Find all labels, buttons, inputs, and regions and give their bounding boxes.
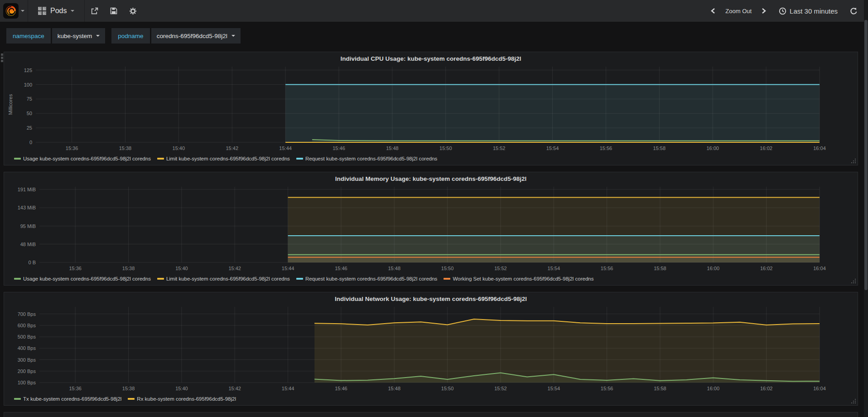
x-axis-tick: 15:50 (441, 386, 454, 391)
top-navbar: Pods (0, 0, 868, 22)
chart-canvas[interactable]: 100 Bps200 Bps300 Bps400 Bps500 Bps600 B… (7, 304, 855, 393)
legend-label: Limit kube-system coredns-695f96dcd5-98j… (166, 276, 290, 281)
grafana-main-menu[interactable] (0, 0, 28, 22)
panel-title-network[interactable]: Individual Network Usage: kube-system co… (7, 294, 855, 304)
variable-podname: podname coredns-695f96dcd5-98j2l (111, 28, 240, 44)
x-axis-tick: 15:54 (548, 266, 560, 271)
clock-icon (779, 7, 786, 15)
share-icon (91, 7, 98, 15)
y-axis-tick: 48 MiB (20, 242, 36, 247)
settings-button[interactable] (123, 0, 143, 22)
refresh-button[interactable] (844, 7, 863, 15)
network-chart-legend: Tx kube-system coredns-695f96dcd5-98j2lR… (7, 393, 855, 404)
dashboard-grid-icon (38, 7, 46, 15)
panel-cpu-usage: Individual CPU Usage: kube-system coredn… (4, 52, 858, 165)
x-axis-tick: 15:44 (282, 266, 294, 271)
x-axis-tick: 15:36 (69, 266, 82, 271)
save-button[interactable] (104, 0, 123, 22)
y-axis-tick: 0 (29, 140, 32, 145)
y-axis-tick: 500 Bps (18, 334, 36, 339)
variable-namespace: namespace kube-system (6, 28, 105, 44)
x-axis-tick: 15:38 (119, 145, 132, 151)
chart-canvas[interactable]: 025507510012515:3615:3815:4015:4215:4415… (7, 64, 855, 153)
time-range-label: Last 30 minutes (790, 7, 838, 15)
time-shift-back-button[interactable] (704, 8, 722, 14)
panel-title-cpu[interactable]: Individual CPU Usage: kube-system coredn… (7, 54, 855, 64)
rx-area (314, 319, 820, 383)
legend-label: Rx kube-system coredns-695f96dcd5-98j2l (137, 396, 236, 402)
variable-namespace-label: namespace (6, 28, 51, 44)
legend-item-tx[interactable]: Tx kube-system coredns-695f96dcd5-98j2l (14, 396, 121, 402)
x-axis-tick: 15:46 (333, 145, 345, 151)
x-axis-tick: 15:56 (601, 386, 613, 391)
x-axis-tick: 15:38 (122, 266, 135, 271)
x-axis-tick: 15:42 (226, 145, 238, 151)
scrollbar-thumb[interactable] (864, 20, 868, 290)
legend-label: Request kube-system coredns-695f96dcd5-9… (305, 276, 438, 281)
panel-resize-handle[interactable] (855, 402, 856, 403)
x-axis-tick: 15:36 (66, 145, 78, 151)
chart-canvas[interactable]: 0 B48 MiB95 MiB143 MiB191 MiB15:3615:381… (7, 184, 855, 273)
legend-item-request[interactable]: Request kube-system coredns-695f96dcd5-9… (296, 156, 438, 161)
x-axis-tick: 15:58 (653, 145, 666, 151)
legend-label: Usage kube-system coredns-695f96dcd5-98j… (23, 276, 151, 281)
legend-swatch-icon (14, 278, 21, 280)
panel-resize-handle[interactable] (855, 162, 856, 163)
legend-item-usage[interactable]: Usage kube-system coredns-695f96dcd5-98j… (14, 156, 151, 161)
x-axis-tick: 15:52 (494, 386, 507, 391)
x-axis-tick: 16:04 (813, 266, 826, 271)
network-usage-chart[interactable]: 100 Bps200 Bps300 Bps400 Bps500 Bps600 B… (7, 304, 855, 393)
variable-podname-label: podname (111, 28, 149, 44)
time-picker-button[interactable]: Last 30 minutes (772, 7, 844, 15)
x-axis-tick: 15:48 (388, 266, 400, 271)
legend-swatch-icon (296, 278, 303, 280)
y-axis-tick: 50 (27, 111, 32, 116)
y-axis-tick: 300 Bps (18, 357, 36, 363)
y-axis-tick: 75 (27, 96, 32, 102)
x-axis-tick: 15:40 (175, 386, 188, 391)
legend-item-limit[interactable]: Limit kube-system coredns-695f96dcd5-98j… (157, 156, 290, 161)
y-axis-tick: 700 Bps (18, 311, 36, 317)
x-axis-tick: 15:54 (546, 145, 559, 151)
x-axis-tick: 15:42 (228, 266, 241, 271)
variable-podname-value: coredns-695f96dcd5-98j2l (157, 33, 227, 39)
y-axis-tick: 100 (24, 82, 32, 87)
y-axis-tick: 600 Bps (18, 323, 36, 328)
cpu-chart-legend: Usage kube-system coredns-695f96dcd5-98j… (7, 153, 855, 164)
x-axis-tick: 16:02 (760, 266, 773, 271)
legend-swatch-icon (296, 158, 303, 160)
x-axis-tick: 16:04 (813, 145, 826, 151)
x-axis-tick: 15:52 (493, 145, 506, 151)
page-scrollbar[interactable] (864, 0, 868, 417)
grafana-logo-icon (3, 3, 19, 19)
legend-item-rx[interactable]: Rx kube-system coredns-695f96dcd5-98j2l (128, 396, 236, 402)
x-axis-tick: 16:04 (813, 386, 826, 391)
dropdown-caret-icon (96, 35, 100, 37)
legend-label: Limit kube-system coredns-695f96dcd5-98j… (166, 156, 290, 161)
dashboard-picker[interactable]: Pods (28, 0, 85, 22)
panel-resize-handle[interactable] (855, 282, 856, 283)
memory-usage-chart[interactable]: 0 B48 MiB95 MiB143 MiB191 MiB15:3615:381… (7, 184, 855, 273)
x-axis-tick: 15:50 (439, 145, 452, 151)
cpu-usage-chart[interactable]: 025507510012515:3615:3815:4015:4215:4415… (7, 64, 855, 153)
legend-item-usage[interactable]: Usage kube-system coredns-695f96dcd5-98j… (14, 276, 151, 281)
share-button[interactable] (85, 0, 104, 22)
x-axis-tick: 15:46 (335, 386, 347, 391)
x-axis-tick: 15:44 (279, 145, 292, 151)
variable-podname-value-dropdown[interactable]: coredns-695f96dcd5-98j2l (151, 28, 241, 44)
x-axis-tick: 15:52 (494, 266, 507, 271)
dashboard-title: Pods (50, 7, 67, 15)
variable-namespace-value-dropdown[interactable]: kube-system (52, 28, 106, 44)
panel-title-filesystem[interactable]: Filesystem Usage: kube-system coredns-69… (7, 414, 855, 417)
x-axis-tick: 15:48 (388, 386, 400, 391)
x-axis-tick: 15:48 (386, 145, 399, 151)
panel-title-memory[interactable]: Individual Memory Usage: kube-system cor… (7, 174, 855, 184)
legend-label: Usage kube-system coredns-695f96dcd5-98j… (23, 156, 151, 161)
panel-memory-usage: Individual Memory Usage: kube-system cor… (4, 172, 858, 286)
time-shift-forward-button[interactable] (755, 8, 772, 14)
legend-label: Request kube-system coredns-695f96dcd5-9… (305, 156, 438, 161)
legend-item-request[interactable]: Request kube-system coredns-695f96dcd5-9… (296, 276, 438, 281)
zoom-out-button[interactable]: Zoom Out (722, 8, 755, 15)
legend-item-limit[interactable]: Limit kube-system coredns-695f96dcd5-98j… (157, 276, 290, 281)
legend-item-working-set[interactable]: Working Set kube-system coredns-695f96dc… (444, 276, 593, 281)
